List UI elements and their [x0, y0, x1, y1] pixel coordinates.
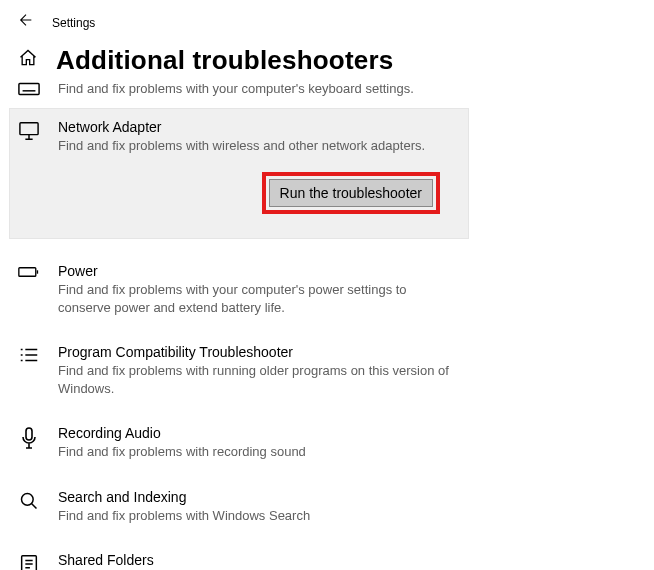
folder-icon: [18, 552, 40, 570]
svg-rect-1: [20, 122, 38, 134]
window-title: Settings: [52, 16, 95, 30]
item-description: Find and fix problems with running older…: [58, 362, 458, 397]
list-item[interactable]: Find and fix problems with your computer…: [0, 80, 654, 98]
svg-point-4: [22, 493, 34, 505]
monitor-icon: [18, 119, 40, 141]
svg-rect-3: [26, 428, 32, 440]
keyboard-icon: [18, 80, 40, 98]
home-icon[interactable]: [18, 48, 38, 73]
item-description: Find and fix problems with your computer…: [58, 281, 458, 316]
page-title: Additional troubleshooters: [56, 45, 393, 76]
list-item[interactable]: Program Compatibility Troubleshooter Fin…: [0, 334, 654, 407]
svg-rect-0: [19, 84, 39, 95]
list-item[interactable]: Search and Indexing Find and fix problem…: [0, 479, 654, 535]
item-title: Shared Folders: [58, 552, 640, 568]
item-description: Find and fix problems with your computer…: [58, 80, 458, 98]
item-description: Find and fix problems with wireless and …: [58, 137, 454, 155]
item-title: Program Compatibility Troubleshooter: [58, 344, 640, 360]
run-troubleshooter-button[interactable]: Run the troubleshooter: [269, 179, 433, 207]
highlight-box: Run the troubleshooter: [262, 172, 440, 214]
search-icon: [18, 489, 40, 511]
item-title: Recording Audio: [58, 425, 640, 441]
svg-rect-2: [19, 268, 36, 276]
list-item[interactable]: Recording Audio Find and fix problems wi…: [0, 415, 654, 471]
back-arrow-icon[interactable]: [18, 12, 34, 33]
list-item[interactable]: Power Find and fix problems with your co…: [0, 253, 654, 326]
battery-icon: [18, 263, 40, 279]
troubleshooter-list: Find and fix problems with your computer…: [0, 80, 654, 570]
list-item-network-adapter[interactable]: Network Adapter Find and fix problems wi…: [9, 108, 469, 240]
window-header: Settings: [0, 0, 654, 41]
item-title: Power: [58, 263, 640, 279]
list-item[interactable]: Shared Folders Find and fix problems wit…: [0, 542, 654, 570]
list-icon: [18, 344, 40, 364]
item-title: Search and Indexing: [58, 489, 640, 505]
item-title: Network Adapter: [58, 119, 454, 135]
microphone-icon: [18, 425, 40, 451]
item-description: Find and fix problems with Windows Searc…: [58, 507, 458, 525]
item-description: Find and fix problems with recording sou…: [58, 443, 458, 461]
